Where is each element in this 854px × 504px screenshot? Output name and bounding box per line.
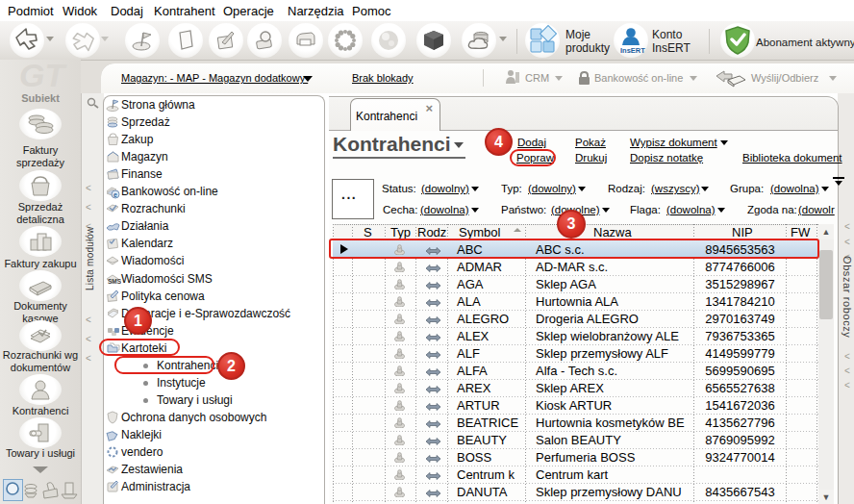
svg-text:InsERT: InsERT: [620, 46, 645, 55]
svg-text:e: e: [113, 191, 117, 198]
svg-text:SMS: SMS: [108, 278, 121, 285]
